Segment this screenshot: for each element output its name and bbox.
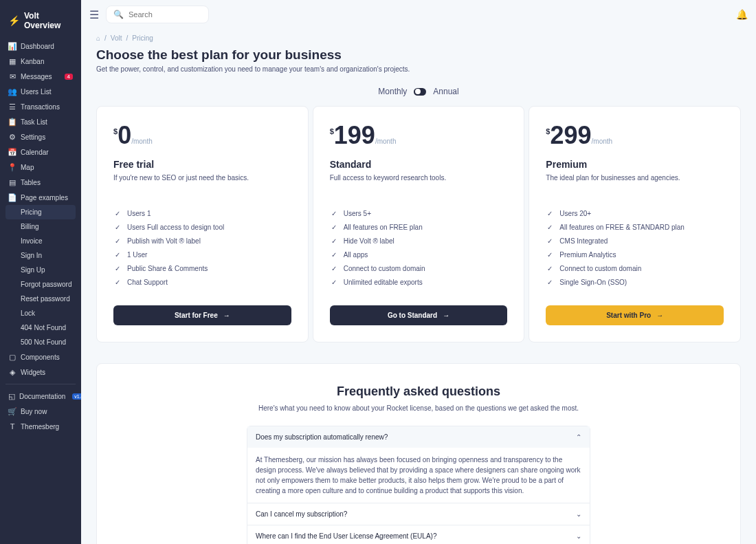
- feature-text: Hide Volt ® label: [344, 237, 394, 245]
- sidebar-item-documentation[interactable]: ◱Documentationv1.4: [5, 389, 76, 404]
- plan-card-premium: $ 299 /month Premium The ideal plan for …: [529, 106, 741, 342]
- price-amount: 0: [118, 123, 131, 148]
- sidebar-item-task-list[interactable]: 📋Task List: [5, 114, 76, 129]
- sidebar-item-reset-password[interactable]: Reset password: [5, 292, 76, 306]
- sidebar-item-themesberg[interactable]: TThemesberg: [5, 419, 76, 434]
- nav-label: Sign Up: [21, 266, 45, 274]
- nav-icon: 📋: [8, 118, 16, 126]
- faq-question: Does my subscription automatically renew…: [256, 433, 388, 441]
- arrow-right-icon: →: [223, 312, 230, 319]
- feature-text: Publish with Volt ® label: [127, 237, 201, 245]
- brand[interactable]: ⚡ Volt Overview: [5, 7, 76, 39]
- topbar: ☰ 🔍 🔔: [81, 0, 756, 29]
- search-box[interactable]: 🔍: [106, 6, 209, 23]
- feature-item: ✓Publish with Volt ® label: [113, 234, 291, 248]
- price-amount: 299: [550, 123, 591, 148]
- nav-label: Documentation: [19, 393, 65, 400]
- plan-desc: The ideal plan for businesses and agenci…: [546, 174, 724, 182]
- feature-item: ✓1 User: [113, 248, 291, 261]
- search-input[interactable]: [126, 8, 201, 21]
- period-toggle: Monthly Annual: [96, 87, 741, 96]
- feature-text: Users Full access to design tool: [127, 224, 224, 231]
- cta-button[interactable]: Start for Free →: [113, 305, 291, 325]
- nav-label: Sign In: [21, 252, 42, 259]
- price: $ 199 /month: [330, 123, 508, 148]
- nav-label: Components: [21, 353, 60, 361]
- toggle-annual[interactable]: Annual: [433, 87, 458, 96]
- sidebar-item-500-not-found[interactable]: 500 Not Found: [5, 335, 76, 349]
- hamburger-icon[interactable]: ☰: [89, 8, 99, 21]
- check-icon: ✓: [546, 264, 554, 272]
- plan-name: Premium: [546, 159, 724, 170]
- check-icon: ✓: [113, 264, 122, 272]
- toggle-switch[interactable]: [414, 88, 426, 96]
- nav-label: Settings: [21, 133, 45, 141]
- plan-card-standard: $ 199 /month Standard Full access to key…: [313, 106, 525, 342]
- nav-icon: ▦: [8, 57, 16, 65]
- check-icon: ✓: [113, 278, 122, 286]
- sidebar-item-users-list[interactable]: 👥Users List: [5, 84, 76, 99]
- feature-item: ✓Connect to custom domain: [330, 261, 508, 275]
- sidebar-item-page-examples[interactable]: 📄Page examples: [5, 190, 76, 205]
- nav-icon: 📅: [8, 148, 16, 156]
- sidebar-item-sign-in[interactable]: Sign In: [5, 248, 76, 263]
- sidebar-item-404-not-found[interactable]: 404 Not Found: [5, 320, 76, 335]
- sidebar-item-sign-up[interactable]: Sign Up: [5, 263, 76, 277]
- feature-item: ✓Unlimited editable exports: [330, 275, 508, 289]
- nav-label: 500 Not Found: [21, 338, 66, 346]
- sidebar-item-forgot-password[interactable]: Forgot password: [5, 277, 76, 292]
- feature-text: CMS Integrated: [559, 237, 608, 245]
- sidebar-item-transactions[interactable]: ☰Transactions: [5, 99, 76, 114]
- nav-icon: ▤: [8, 178, 16, 186]
- faq-question: Can I cancel my subscription?: [256, 510, 347, 518]
- check-icon: ✓: [113, 209, 122, 217]
- breadcrumb-home[interactable]: ⌂: [96, 34, 100, 42]
- chevron-down-icon: ⌄: [576, 532, 581, 540]
- check-icon: ✓: [113, 237, 122, 245]
- check-icon: ✓: [546, 237, 554, 245]
- nav-label: Kanban: [21, 58, 44, 65]
- sidebar-item-map[interactable]: 📍Map: [5, 160, 76, 175]
- sidebar-item-tables[interactable]: ▤Tables: [5, 175, 76, 190]
- breadcrumb-volt[interactable]: Volt: [111, 34, 122, 42]
- sidebar-item-lock[interactable]: Lock: [5, 306, 76, 320]
- sidebar-item-dashboard[interactable]: 📊Dashboard: [5, 39, 76, 54]
- nav-icon: 📄: [8, 193, 16, 202]
- price-amount: 199: [334, 123, 375, 148]
- sidebar-item-buy-now[interactable]: 🛒Buy now: [5, 404, 76, 419]
- toggle-monthly[interactable]: Monthly: [378, 87, 407, 96]
- bell-icon[interactable]: 🔔: [736, 9, 748, 20]
- faq-section: Frequently asked questions Here's what y…: [96, 363, 741, 544]
- faq-header[interactable]: Where can I find the End User License Ag…: [247, 525, 590, 544]
- cta-button[interactable]: Go to Standard →: [330, 305, 508, 325]
- nav-label: Pricing: [21, 208, 42, 216]
- check-icon: ✓: [546, 209, 554, 217]
- sidebar: ⚡ Volt Overview 📊Dashboard▦Kanban✉Messag…: [0, 0, 81, 544]
- feature-item: ✓Users 1: [113, 206, 291, 220]
- feature-text: All features on FREE & STANDARD plan: [559, 224, 685, 231]
- nav-icon: ▢: [8, 353, 16, 361]
- feature-item: ✓Users Full access to design tool: [113, 220, 291, 234]
- check-icon: ✓: [546, 278, 554, 286]
- sidebar-item-calendar[interactable]: 📅Calendar: [5, 144, 76, 160]
- sidebar-item-billing[interactable]: Billing: [5, 219, 76, 234]
- sidebar-item-invoice[interactable]: Invoice: [5, 234, 76, 248]
- feature-item: ✓Users 20+: [546, 206, 724, 220]
- feature-text: Users 1: [127, 210, 151, 217]
- breadcrumb-current: Pricing: [132, 34, 153, 42]
- feature-list: ✓Users 1✓Users Full access to design too…: [113, 206, 291, 289]
- feature-item: ✓Users 5+: [330, 206, 508, 220]
- sidebar-item-messages[interactable]: ✉Messages4: [5, 69, 76, 84]
- check-icon: ✓: [113, 223, 122, 231]
- feature-item: ✓All features on FREE plan: [330, 220, 508, 234]
- sidebar-item-pricing[interactable]: Pricing: [5, 205, 76, 219]
- sidebar-item-settings[interactable]: ⚙Settings: [5, 129, 76, 144]
- faq-header[interactable]: Can I cancel my subscription? ⌄: [247, 503, 590, 525]
- sidebar-item-kanban[interactable]: ▦Kanban: [5, 54, 76, 69]
- nav-label: Forgot password: [21, 281, 71, 288]
- faq-header[interactable]: Does my subscription automatically renew…: [247, 426, 590, 448]
- sidebar-item-components[interactable]: ▢Components: [5, 349, 76, 365]
- cta-button[interactable]: Start with Pro →: [546, 305, 724, 325]
- price-period: /month: [131, 138, 153, 145]
- sidebar-item-widgets[interactable]: ◈Widgets: [5, 365, 76, 380]
